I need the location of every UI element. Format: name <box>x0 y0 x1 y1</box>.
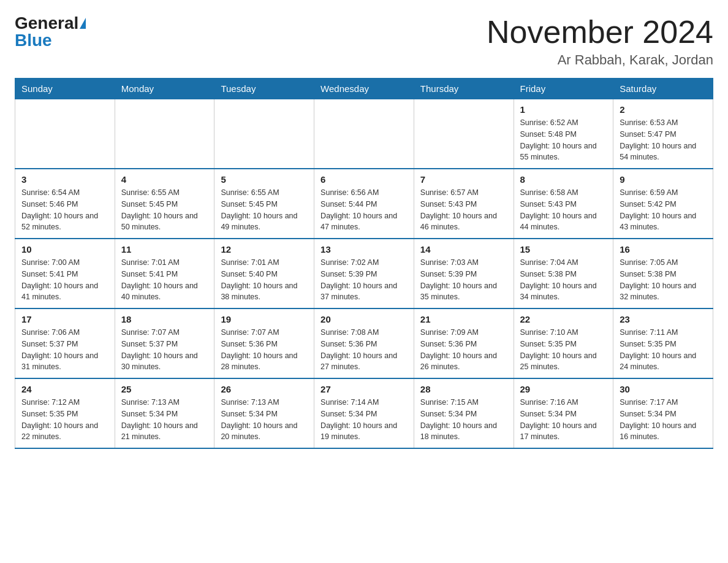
sun-info: Sunrise: 7:13 AMSunset: 5:34 PMDaylight:… <box>121 397 208 443</box>
calendar-day-cell: 22Sunrise: 7:10 AMSunset: 5:35 PMDayligh… <box>514 308 613 378</box>
sun-info: Sunrise: 6:56 AMSunset: 5:44 PMDaylight:… <box>320 187 408 233</box>
day-number: 19 <box>221 314 308 324</box>
day-number: 22 <box>520 314 607 324</box>
month-title: November 2024 <box>487 15 713 50</box>
sun-info: Sunrise: 7:01 AMSunset: 5:40 PMDaylight:… <box>221 257 308 303</box>
weekday-header-friday: Friday <box>514 79 613 99</box>
sun-info: Sunrise: 7:14 AMSunset: 5:34 PMDaylight:… <box>320 397 408 443</box>
calendar-day-cell: 5Sunrise: 6:55 AMSunset: 5:45 PMDaylight… <box>214 169 314 239</box>
calendar-day-cell: 8Sunrise: 6:58 AMSunset: 5:43 PMDaylight… <box>514 169 613 239</box>
calendar-day-cell: 20Sunrise: 7:08 AMSunset: 5:36 PMDayligh… <box>314 308 414 378</box>
sun-info: Sunrise: 7:02 AMSunset: 5:39 PMDaylight:… <box>320 257 408 303</box>
day-number: 2 <box>620 104 707 115</box>
sun-info: Sunrise: 7:16 AMSunset: 5:34 PMDaylight:… <box>520 397 607 443</box>
sun-info: Sunrise: 7:17 AMSunset: 5:34 PMDaylight:… <box>620 397 707 443</box>
day-number: 27 <box>320 384 408 394</box>
sun-info: Sunrise: 7:12 AMSunset: 5:35 PMDaylight:… <box>21 397 108 443</box>
day-number: 17 <box>21 314 108 324</box>
logo-blue-text: Blue <box>15 32 52 49</box>
day-number: 18 <box>121 314 208 324</box>
sun-info: Sunrise: 7:03 AMSunset: 5:39 PMDaylight:… <box>420 257 507 303</box>
weekday-header-saturday: Saturday <box>613 79 713 99</box>
day-number: 25 <box>121 384 208 394</box>
calendar-day-cell: 9Sunrise: 6:59 AMSunset: 5:42 PMDaylight… <box>613 169 713 239</box>
sun-info: Sunrise: 7:10 AMSunset: 5:35 PMDaylight:… <box>520 327 607 373</box>
page-header: General Blue November 2024 Ar Rabbah, Ka… <box>15 15 713 68</box>
calendar-day-cell: 29Sunrise: 7:16 AMSunset: 5:34 PMDayligh… <box>514 378 613 448</box>
calendar-week-row: 10Sunrise: 7:00 AMSunset: 5:41 PMDayligh… <box>15 239 713 308</box>
day-number: 20 <box>320 314 408 324</box>
day-number: 7 <box>420 174 507 185</box>
calendar-day-cell: 14Sunrise: 7:03 AMSunset: 5:39 PMDayligh… <box>414 239 514 308</box>
location-title: Ar Rabbah, Karak, Jordan <box>487 52 713 68</box>
calendar-day-cell: 25Sunrise: 7:13 AMSunset: 5:34 PMDayligh… <box>115 378 214 448</box>
calendar-day-cell: 19Sunrise: 7:07 AMSunset: 5:36 PMDayligh… <box>214 308 314 378</box>
calendar-day-cell: 23Sunrise: 7:11 AMSunset: 5:35 PMDayligh… <box>613 308 713 378</box>
calendar-day-cell: 28Sunrise: 7:15 AMSunset: 5:34 PMDayligh… <box>414 378 514 448</box>
day-number: 8 <box>520 174 607 185</box>
title-block: November 2024 Ar Rabbah, Karak, Jordan <box>487 15 713 68</box>
calendar-week-row: 3Sunrise: 6:54 AMSunset: 5:46 PMDaylight… <box>15 169 713 239</box>
weekday-header-tuesday: Tuesday <box>214 79 314 99</box>
calendar-day-cell: 10Sunrise: 7:00 AMSunset: 5:41 PMDayligh… <box>15 239 115 308</box>
sun-info: Sunrise: 6:57 AMSunset: 5:43 PMDaylight:… <box>420 187 507 233</box>
calendar-day-cell: 13Sunrise: 7:02 AMSunset: 5:39 PMDayligh… <box>314 239 414 308</box>
calendar-day-cell: 27Sunrise: 7:14 AMSunset: 5:34 PMDayligh… <box>314 378 414 448</box>
sun-info: Sunrise: 7:01 AMSunset: 5:41 PMDaylight:… <box>121 257 208 303</box>
calendar-week-row: 17Sunrise: 7:06 AMSunset: 5:37 PMDayligh… <box>15 308 713 378</box>
sun-info: Sunrise: 6:58 AMSunset: 5:43 PMDaylight:… <box>520 187 607 233</box>
day-number: 21 <box>420 314 507 324</box>
sun-info: Sunrise: 7:07 AMSunset: 5:36 PMDaylight:… <box>221 327 308 373</box>
day-number: 16 <box>620 244 707 255</box>
logo-triangle-icon <box>80 18 86 29</box>
sun-info: Sunrise: 7:08 AMSunset: 5:36 PMDaylight:… <box>320 327 408 373</box>
calendar-day-cell <box>115 99 214 169</box>
day-number: 9 <box>620 174 707 185</box>
calendar-day-cell: 16Sunrise: 7:05 AMSunset: 5:38 PMDayligh… <box>613 239 713 308</box>
calendar-day-cell: 17Sunrise: 7:06 AMSunset: 5:37 PMDayligh… <box>15 308 115 378</box>
day-number: 14 <box>420 244 507 255</box>
day-number: 28 <box>420 384 507 394</box>
sun-info: Sunrise: 7:05 AMSunset: 5:38 PMDaylight:… <box>620 257 707 303</box>
calendar-week-row: 1Sunrise: 6:52 AMSunset: 5:48 PMDaylight… <box>15 99 713 169</box>
day-number: 24 <box>21 384 108 394</box>
sun-info: Sunrise: 7:00 AMSunset: 5:41 PMDaylight:… <box>21 257 108 303</box>
sun-info: Sunrise: 6:55 AMSunset: 5:45 PMDaylight:… <box>221 187 308 233</box>
calendar-day-cell: 26Sunrise: 7:13 AMSunset: 5:34 PMDayligh… <box>214 378 314 448</box>
sun-info: Sunrise: 6:54 AMSunset: 5:46 PMDaylight:… <box>21 187 108 233</box>
day-number: 1 <box>520 104 607 115</box>
day-number: 26 <box>221 384 308 394</box>
calendar-day-cell: 2Sunrise: 6:53 AMSunset: 5:47 PMDaylight… <box>613 99 713 169</box>
calendar-day-cell: 21Sunrise: 7:09 AMSunset: 5:36 PMDayligh… <box>414 308 514 378</box>
day-number: 13 <box>320 244 408 255</box>
calendar-day-cell: 11Sunrise: 7:01 AMSunset: 5:41 PMDayligh… <box>115 239 214 308</box>
sun-info: Sunrise: 7:11 AMSunset: 5:35 PMDaylight:… <box>620 327 707 373</box>
calendar-day-cell: 18Sunrise: 7:07 AMSunset: 5:37 PMDayligh… <box>115 308 214 378</box>
day-number: 15 <box>520 244 607 255</box>
sun-info: Sunrise: 7:06 AMSunset: 5:37 PMDaylight:… <box>21 327 108 373</box>
day-number: 30 <box>620 384 707 394</box>
day-number: 11 <box>121 244 208 255</box>
sun-info: Sunrise: 7:04 AMSunset: 5:38 PMDaylight:… <box>520 257 607 303</box>
calendar-day-cell <box>214 99 314 169</box>
calendar-day-cell: 1Sunrise: 6:52 AMSunset: 5:48 PMDaylight… <box>514 99 613 169</box>
sun-info: Sunrise: 6:55 AMSunset: 5:45 PMDaylight:… <box>121 187 208 233</box>
calendar-day-cell: 12Sunrise: 7:01 AMSunset: 5:40 PMDayligh… <box>214 239 314 308</box>
sun-info: Sunrise: 7:15 AMSunset: 5:34 PMDaylight:… <box>420 397 507 443</box>
day-number: 4 <box>121 174 208 185</box>
calendar-week-row: 24Sunrise: 7:12 AMSunset: 5:35 PMDayligh… <box>15 378 713 448</box>
weekday-header-thursday: Thursday <box>414 79 514 99</box>
logo: General Blue <box>15 15 86 49</box>
calendar-day-cell: 6Sunrise: 6:56 AMSunset: 5:44 PMDaylight… <box>314 169 414 239</box>
sun-info: Sunrise: 6:52 AMSunset: 5:48 PMDaylight:… <box>520 117 607 163</box>
sun-info: Sunrise: 7:09 AMSunset: 5:36 PMDaylight:… <box>420 327 507 373</box>
sun-info: Sunrise: 7:13 AMSunset: 5:34 PMDaylight:… <box>221 397 308 443</box>
calendar-day-cell <box>414 99 514 169</box>
day-number: 6 <box>320 174 408 185</box>
day-number: 5 <box>221 174 308 185</box>
calendar-day-cell: 24Sunrise: 7:12 AMSunset: 5:35 PMDayligh… <box>15 378 115 448</box>
sun-info: Sunrise: 7:07 AMSunset: 5:37 PMDaylight:… <box>121 327 208 373</box>
calendar-day-cell: 15Sunrise: 7:04 AMSunset: 5:38 PMDayligh… <box>514 239 613 308</box>
day-number: 29 <box>520 384 607 394</box>
day-number: 12 <box>221 244 308 255</box>
